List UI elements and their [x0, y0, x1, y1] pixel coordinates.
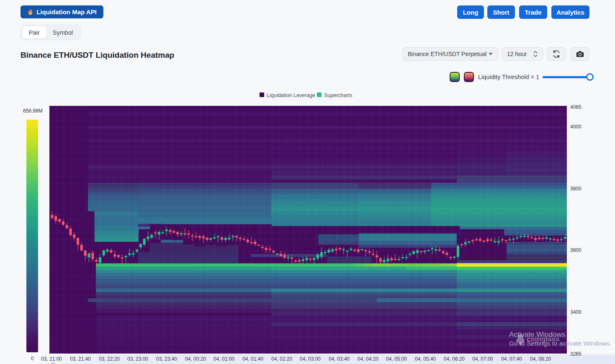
svg-text:coinglass: coinglass [527, 335, 559, 343]
